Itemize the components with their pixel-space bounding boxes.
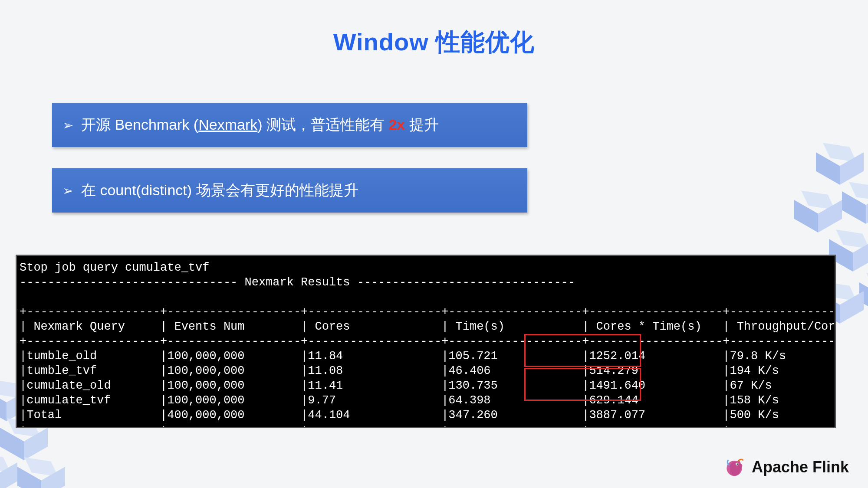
- table-row: |Total |400,000,000 |44.104 |347.260 |38…: [20, 409, 836, 422]
- terminal-border: +-------------------+-------------------…: [20, 335, 836, 348]
- bullet-text: 在 count(distinct) 场景会有更好的性能提升: [81, 180, 358, 200]
- table-row: |cumulate_tvf |100,000,000 |9.77 |64.398…: [20, 394, 836, 407]
- nexmark-link[interactable]: Nexmark: [198, 116, 257, 133]
- slide-title: Window 性能优化: [0, 26, 868, 59]
- table-row: |tumble_tvf |100,000,000 |11.08 |46.406 …: [20, 364, 836, 377]
- flink-logo-icon: [723, 456, 746, 478]
- terminal-output: Stop job query cumulate_tvf ------------…: [16, 255, 836, 428]
- footer-brand: Apache Flink: [723, 456, 849, 478]
- terminal-line-stop: Stop job query cumulate_tvf: [20, 261, 209, 274]
- svg-point-2: [736, 463, 738, 465]
- bullet-text-mid: ) 测试，普适性能有: [257, 116, 388, 133]
- chevron-right-icon: ➢: [62, 183, 73, 198]
- speedup-value: 2x: [388, 116, 405, 133]
- bullet-text: 开源 Benchmark (Nexmark) 测试，普适性能有 2x 提升: [81, 115, 439, 135]
- bullet-text-post: 提升: [405, 116, 438, 133]
- brand-text: Apache Flink: [752, 458, 849, 476]
- table-row: |tumble_old |100,000,000 |11.84 |105.721…: [20, 350, 836, 363]
- bullet-text-pre: 开源 Benchmark (: [81, 116, 198, 133]
- table-row: |cumulate_old |100,000,000 |11.41 |130.7…: [20, 379, 836, 392]
- terminal-border: +-------------------+-------------------…: [20, 423, 836, 428]
- terminal-header: | Nexmark Query | Events Num | Cores | T…: [20, 320, 836, 333]
- terminal-border: +-------------------+-------------------…: [20, 305, 836, 318]
- terminal-line-banner: ------------------------------- Nexmark …: [20, 276, 575, 289]
- bullet-count-distinct: ➢ 在 count(distinct) 场景会有更好的性能提升: [52, 168, 527, 213]
- bullet-benchmark: ➢ 开源 Benchmark (Nexmark) 测试，普适性能有 2x 提升: [52, 103, 527, 147]
- chevron-right-icon: ➢: [62, 118, 73, 133]
